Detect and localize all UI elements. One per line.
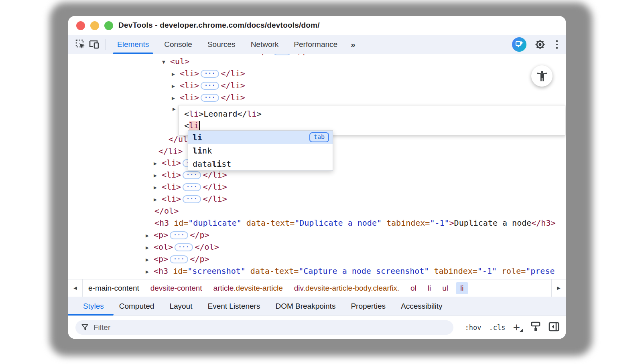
filter-field[interactable]	[75, 320, 453, 335]
tab-performance[interactable]: Performance	[286, 35, 345, 54]
tab-sources[interactable]: Sources	[200, 35, 243, 54]
code-token-tag: <ol>	[154, 242, 173, 252]
inspector-tab-accessibility[interactable]: Accessibility	[393, 302, 450, 311]
dom-row[interactable]: </li>	[158, 145, 183, 157]
toggle-element-state-button[interactable]: :hov	[465, 324, 482, 332]
code-token-value: "-1"	[430, 218, 449, 228]
ellipsis-expand-icon[interactable]: ···	[170, 231, 188, 239]
dom-row[interactable]: ▶<h3 id="screenshot" data-text="Capture …	[146, 265, 555, 277]
breadcrumb-scroll-right-icon[interactable]: ▶	[551, 279, 566, 297]
expand-arrow-icon[interactable]: ▶	[172, 68, 180, 80]
expand-arrow-icon[interactable]: ▶	[154, 182, 162, 194]
dom-row[interactable]: ▶<li>···</li>	[154, 181, 227, 193]
autocomplete-item[interactable]: litab	[188, 131, 333, 144]
panel-tabs: ElementsConsoleSourcesNetworkPerformance	[110, 35, 345, 54]
code-token-punct: </	[237, 109, 247, 119]
expand-arrow-icon[interactable]: ▶	[146, 254, 154, 266]
dom-row[interactable]: <h3 id="duplicate" data-text="Duplicate …	[154, 217, 555, 229]
breadcrumb-item[interactable]: ul	[442, 284, 448, 293]
edit-line[interactable]: <li>Leonard</li>	[184, 108, 565, 120]
autocomplete-text: nk	[202, 146, 212, 156]
ellipsis-expand-icon[interactable]: ···	[183, 195, 201, 203]
breadcrumb-item[interactable]: li	[428, 284, 431, 293]
ellipsis-expand-icon[interactable]: ···	[201, 82, 219, 90]
code-token-tag: </p>	[190, 230, 209, 240]
tab-console[interactable]: Console	[156, 35, 200, 54]
code-token-punct: <	[184, 121, 189, 130]
dom-row[interactable]: </ol>	[154, 205, 179, 217]
dom-row[interactable]: ▶<ol>···</ol>	[146, 241, 219, 253]
dom-row[interactable]: ▶<li>···</li>	[172, 67, 245, 79]
breadcrumb-text: e-main-content	[88, 284, 139, 292]
dom-row[interactable]: ▶<li>···</li>	[172, 91, 245, 103]
inspector-tab-properties[interactable]: Properties	[343, 302, 393, 311]
inspector-tabs: StylesComputedLayoutEvent ListenersDOM B…	[68, 297, 566, 316]
autocomplete-item[interactable]: datalist	[188, 157, 333, 170]
settings-gear-icon[interactable]	[533, 38, 547, 51]
ai-assistant-icon[interactable]	[512, 37, 526, 52]
expand-arrow-icon[interactable]: ▶	[146, 266, 154, 278]
ellipsis-expand-icon[interactable]: ···	[175, 243, 193, 251]
dom-row[interactable]: <p>···</p>	[257, 54, 313, 57]
edit-line[interactable]: <li	[184, 120, 565, 131]
traffic-lights	[76, 21, 113, 30]
tab-elements[interactable]: Elements	[110, 35, 156, 54]
breadcrumb-item[interactable]: devsite-content	[150, 284, 202, 293]
expand-arrow-icon[interactable]: ▶	[154, 158, 162, 170]
expand-arrow-icon[interactable]: ▶	[172, 80, 180, 92]
code-token-text	[246, 266, 250, 276]
breadcrumb-item[interactable]: div.devsite-article-body.clearfix.	[294, 284, 399, 293]
minimize-button[interactable]	[90, 21, 99, 30]
breadcrumb-text: devsite-content	[150, 284, 202, 292]
expand-arrow-icon[interactable]: ▶	[146, 242, 154, 254]
expand-arrow-icon[interactable]: ▶	[154, 194, 162, 206]
inspector-tab-computed[interactable]: Computed	[112, 302, 162, 311]
code-token-tag: </li>	[221, 69, 245, 78]
inspector-tab-dom-breakpoints[interactable]: DOM Breakpoints	[268, 302, 343, 311]
dom-row[interactable]: ▶<li>···</li>	[172, 79, 245, 91]
ellipsis-expand-icon[interactable]: ···	[201, 70, 219, 78]
autocomplete-item[interactable]: link	[188, 144, 333, 157]
breadcrumb-item[interactable]: li	[456, 282, 467, 294]
breadcrumb-scroll-left-icon[interactable]: ◀	[68, 279, 83, 297]
more-options-icon[interactable]	[554, 40, 561, 49]
code-token-tag: <ul>	[170, 57, 189, 66]
dom-row[interactable]: ▶<p>···</p>	[146, 229, 209, 241]
inspector-tab-event-listeners[interactable]: Event Listeners	[200, 302, 268, 311]
inspect-element-icon[interactable]	[74, 38, 87, 51]
breadcrumb-item[interactable]: article.devsite-article	[213, 284, 283, 293]
inspector-tab-styles[interactable]: Styles	[75, 302, 112, 311]
breadcrumb-item[interactable]: e-main-content	[88, 284, 139, 293]
dom-row[interactable]: ▶<li>···</li>	[154, 193, 227, 205]
zoom-button[interactable]	[104, 21, 113, 30]
ellipsis-expand-icon[interactable]: ···	[183, 171, 201, 179]
accessibility-icon[interactable]	[531, 65, 553, 87]
collapse-arrow-icon[interactable]: ▼	[162, 56, 170, 68]
more-tabs-button[interactable]: »	[345, 40, 360, 49]
ellipsis-expand-icon[interactable]: ···	[170, 255, 188, 263]
inspector-tab-layout[interactable]: Layout	[162, 302, 200, 311]
expand-arrow-icon[interactable]: ▶	[154, 170, 162, 182]
breadcrumb-item[interactable]: ol	[410, 284, 416, 293]
toggle-classes-button[interactable]: .cls	[489, 324, 506, 332]
dom-row[interactable]: ▼<ul>	[162, 55, 189, 67]
code-token-tag: <li>	[162, 158, 181, 168]
filter-input[interactable]	[93, 323, 294, 332]
tab-network[interactable]: Network	[243, 35, 286, 54]
new-style-rule-button[interactable]: +	[513, 322, 523, 333]
device-toolbar-icon[interactable]	[87, 38, 101, 51]
ellipsis-expand-icon[interactable]: ···	[183, 183, 201, 191]
code-token-tag: </li>	[203, 182, 227, 192]
code-token-attr: role=	[502, 266, 526, 276]
expand-arrow-icon[interactable]: ▶	[146, 230, 154, 242]
close-button[interactable]	[76, 21, 85, 30]
ellipsis-expand-icon[interactable]: ···	[201, 94, 219, 102]
code-token-attr: id=	[174, 218, 188, 228]
code-token-attr: data-text=	[246, 218, 295, 228]
dom-row[interactable]: ▶<p>···</p>	[146, 253, 209, 265]
ellipsis-expand-icon[interactable]: ···	[273, 54, 291, 55]
paint-roller-icon[interactable]	[530, 321, 541, 334]
toggle-sidebar-icon[interactable]	[549, 322, 559, 333]
code-token-tag: <p>	[257, 54, 271, 56]
text-caret	[199, 121, 200, 130]
